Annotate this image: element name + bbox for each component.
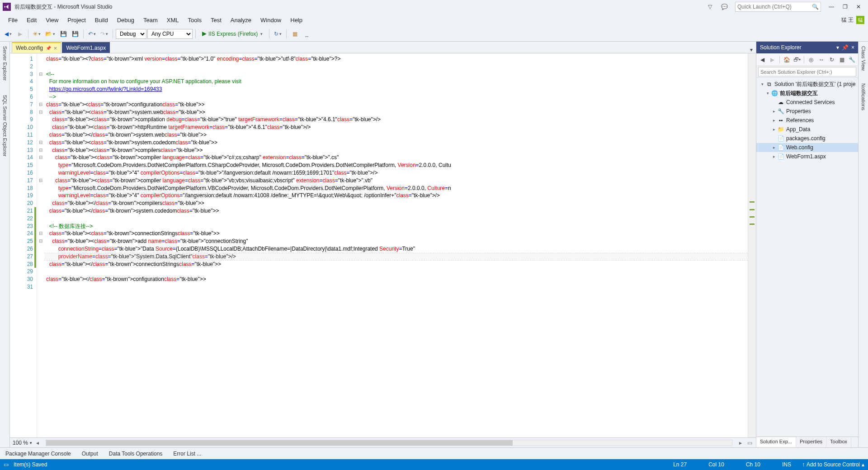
menu-build[interactable]: Build [90, 15, 113, 25]
output-tab[interactable]: Output [80, 450, 100, 458]
zoom-level[interactable]: 100 %▾ [13, 440, 32, 446]
redo-button[interactable]: ↷▾ [99, 28, 110, 39]
properties-tab[interactable]: Properties [796, 437, 826, 447]
code-editor[interactable]: 1234567891011121314151617181920212223242… [10, 53, 756, 437]
solution-explorer-panel: Solution Explorer ▾ 📌 × ◀ ▶ 🏠 🗗▾ ◎ ↔ ↻ ▦… [756, 42, 858, 447]
solution-explorer-title: Solution Explorer ▾ 📌 × [756, 42, 858, 53]
properties-node[interactable]: ▸🔧Properties [756, 107, 858, 116]
solution-explorer-tab[interactable]: Solution Exp... [756, 437, 796, 447]
class-view-tab[interactable]: Class View [860, 44, 867, 72]
undo-button[interactable]: ↶▾ [86, 28, 98, 39]
hscroll-right[interactable]: ▸ [737, 440, 744, 446]
panel-dropdown-icon[interactable]: ▾ [836, 44, 839, 51]
notifications-flag-icon[interactable]: ▽ [703, 2, 716, 11]
toolbox-tab[interactable]: Toolbox [826, 437, 851, 447]
se-properties-icon[interactable]: 🔧 [848, 55, 856, 64]
references-node[interactable]: ▸▪▪References [756, 116, 858, 125]
packages-config-node[interactable]: 📄packages.config [756, 134, 858, 143]
tab-webform1[interactable]: WebForm1.aspx [62, 42, 110, 53]
browser-link-refresh-button[interactable]: ↻▾ [272, 28, 283, 39]
sql-server-object-explorer-tab[interactable]: SQL Server Object Explorer [1, 93, 9, 158]
start-debug-button[interactable]: IIS Express (Firefox)▾ [198, 28, 266, 39]
minimize-button[interactable]: — [825, 2, 838, 11]
app-data-node[interactable]: ▸📁App_Data [756, 125, 858, 134]
output-window-tabs: Package Manager Console Output Data Tool… [0, 447, 868, 459]
tab-overflow-button[interactable]: ▾ [747, 47, 756, 53]
fold-column[interactable]: ⊟⊟⊟⊟⊟⊟⊟⊟⊟ [37, 53, 44, 437]
save-all-button[interactable]: 💾 [70, 28, 80, 39]
webform-node[interactable]: ▸📄WebForm1.aspx [756, 152, 858, 161]
se-sync-icon[interactable]: 🗗▾ [793, 55, 802, 64]
panel-close-icon[interactable]: × [851, 44, 854, 51]
close-tab-icon[interactable]: × [54, 45, 57, 51]
extensions-button[interactable]: ▦ [289, 28, 300, 39]
horizontal-scrollbar[interactable] [46, 440, 732, 446]
search-icon: 🔍 [812, 4, 819, 10]
menu-window[interactable]: Window [256, 15, 286, 25]
status-bar: ▭ Item(s) Saved Ln 27 Col 10 Ch 10 INS ↑… [0, 459, 868, 470]
quick-launch-input[interactable] [737, 4, 812, 10]
web-config-node[interactable]: ▸📄Web.config [756, 143, 858, 152]
menu-debug[interactable]: Debug [113, 15, 139, 25]
se-refresh-icon[interactable]: ↻ [827, 55, 836, 64]
solution-explorer-search[interactable] [756, 66, 858, 78]
se-showall-icon[interactable]: ▦ [838, 55, 846, 64]
toolbar-overflow-button[interactable]: ⎯ [301, 28, 312, 39]
error-list-tab[interactable]: Error List ... [171, 450, 203, 458]
status-col: Col 10 [708, 461, 724, 468]
pin-icon[interactable]: 📌 [46, 46, 51, 51]
configuration-select[interactable]: Debug [116, 29, 146, 39]
menu-file[interactable]: File [4, 15, 22, 25]
se-scope-icon[interactable]: ◎ [807, 55, 816, 64]
hscroll-left[interactable]: ◂ [34, 440, 41, 446]
se-pending-icon[interactable]: ↔ [817, 55, 826, 64]
menu-tools[interactable]: Tools [184, 15, 206, 25]
user-name[interactable]: 猛 王 [841, 16, 854, 24]
new-project-button[interactable]: ✳▾ [31, 28, 42, 39]
menu-analyze[interactable]: Analyze [226, 15, 256, 25]
project-icon: 🌐 [771, 90, 778, 97]
feedback-icon[interactable]: 💬 [718, 2, 731, 11]
menu-help[interactable]: Help [286, 15, 307, 25]
menu-test[interactable]: Test [206, 15, 226, 25]
split-editor-icon[interactable]: ▭ [746, 440, 753, 446]
status-line: Ln 27 [673, 461, 687, 468]
references-icon: ▪▪ [777, 117, 784, 124]
menu-project[interactable]: Project [63, 15, 90, 25]
nav-forward-button[interactable]: ▶ [14, 28, 25, 39]
window-title: 前后端数据交互 - Microsoft Visual Studio [14, 3, 113, 11]
save-button[interactable]: 💾 [58, 28, 69, 39]
connected-services-node[interactable]: ☁Connected Services [756, 98, 858, 107]
menu-edit[interactable]: Edit [22, 15, 41, 25]
nav-back-button[interactable]: ◀▾ [3, 28, 14, 39]
data-tools-operations-tab[interactable]: Data Tools Operations [107, 450, 165, 458]
config-file-icon: 📄 [777, 144, 784, 151]
user-avatar[interactable]: 猛 [856, 16, 864, 24]
notifications-tab[interactable]: Notifications [860, 81, 867, 112]
tab-web-config[interactable]: Web.config 📌 × [12, 42, 61, 53]
restore-button[interactable]: ❐ [838, 2, 852, 11]
package-manager-console-tab[interactable]: Package Manager Console [4, 450, 73, 458]
cloud-icon: ☁ [777, 99, 784, 106]
solution-node[interactable]: ▾⧉Solution '前后端数据交互' (1 proje [756, 80, 858, 89]
se-back-icon[interactable]: ◀ [758, 55, 767, 64]
source-control-button[interactable]: ↑ Add to Source Control ▴ [802, 461, 864, 468]
status-ins: INS [782, 461, 791, 468]
server-explorer-tab[interactable]: Server Explorer [1, 44, 9, 82]
menu-xml[interactable]: XML [162, 15, 184, 25]
se-home-icon[interactable]: 🏠 [783, 55, 791, 64]
project-node[interactable]: ▾🌐前后端数据交互 [756, 89, 858, 98]
solution-tree[interactable]: ▾⧉Solution '前后端数据交互' (1 proje ▾🌐前后端数据交互 … [756, 78, 858, 437]
quick-launch[interactable]: 🔍 [735, 2, 821, 12]
open-file-button[interactable]: 📂▾ [43, 28, 57, 39]
code-area[interactable]: class="tk-blue"><?class="tk-brown">xml v… [44, 53, 748, 437]
se-forward-icon[interactable]: ▶ [769, 55, 777, 64]
close-button[interactable]: ✕ [852, 2, 865, 11]
line-number-gutter: 1234567891011121314151617181920212223242… [10, 53, 37, 437]
solution-explorer-search-input[interactable] [758, 67, 856, 76]
platform-select[interactable]: Any CPU [147, 29, 193, 39]
panel-pin-icon[interactable]: 📌 [842, 44, 849, 51]
menu-view[interactable]: View [41, 15, 63, 25]
vertical-scrollbar[interactable] [748, 53, 756, 437]
menu-team[interactable]: Team [139, 15, 162, 25]
